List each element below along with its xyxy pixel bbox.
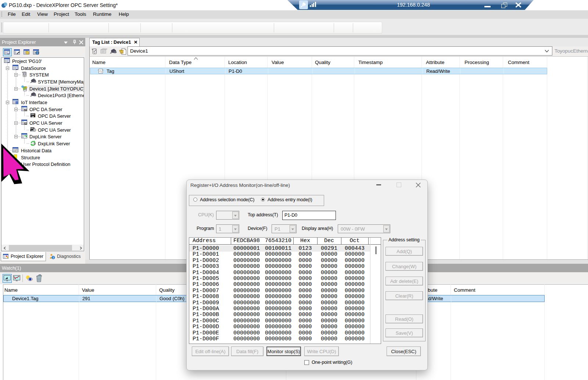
svg-text:OPC: OPC bbox=[24, 109, 28, 111]
svg-text:DA: DA bbox=[32, 116, 35, 118]
svg-text:OPC: OPC bbox=[24, 122, 28, 125]
